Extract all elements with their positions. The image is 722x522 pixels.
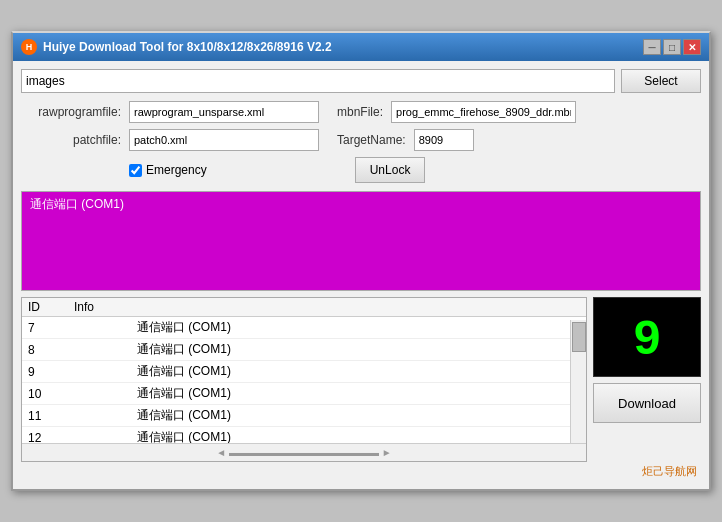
scrollbar-bottom[interactable]: ◄ ▬▬▬▬▬▬▬▬▬▬▬▬▬▬▬ ► — [22, 443, 586, 461]
close-button[interactable]: ✕ — [683, 39, 701, 55]
targetname-label: TargetName: — [337, 133, 406, 147]
table-scroll[interactable]: 7通信端口 (COM1)8通信端口 (COM1)9通信端口 (COM1)10通信… — [22, 317, 586, 462]
com-title: 通信端口 (COM1) — [30, 196, 692, 213]
log-table-body: 7通信端口 (COM1)8通信端口 (COM1)9通信端口 (COM1)10通信… — [22, 317, 586, 462]
cell-info: 通信端口 (COM1) — [131, 383, 586, 405]
title-controls: ─ □ ✕ — [643, 39, 701, 55]
log-table-container: ID Info 7通信端口 (COM1)8通信端口 (COM1)9通信端口 (C… — [21, 297, 587, 462]
title-bar-left: H Huiye Download Tool for 8x10/8x12/8x26… — [21, 39, 332, 55]
log-table: ID Info — [22, 298, 586, 317]
cell-id: 9 — [22, 361, 131, 383]
table-row[interactable]: 11通信端口 (COM1) — [22, 405, 586, 427]
com-section: 通信端口 (COM1) — [21, 191, 701, 291]
window-title: Huiye Download Tool for 8x10/8x12/8x26/8… — [43, 40, 332, 54]
watermark-text: 炬己导航网 — [642, 465, 697, 477]
rawprogramfile-label: rawprogramfile: — [21, 105, 121, 119]
cell-info: 通信端口 (COM1) — [131, 317, 586, 339]
table-row[interactable]: 9通信端口 (COM1) — [22, 361, 586, 383]
emergency-label: Emergency — [146, 163, 207, 177]
patchfile-input[interactable] — [129, 129, 319, 151]
scrollbar-thumb[interactable] — [572, 322, 586, 352]
cell-info: 通信端口 (COM1) — [131, 361, 586, 383]
targetname-input[interactable] — [414, 129, 474, 151]
top-row: Select — [21, 69, 701, 93]
cell-id: 7 — [22, 317, 131, 339]
cell-info: 通信端口 (COM1) — [131, 339, 586, 361]
counter-value: 9 — [634, 310, 661, 365]
app-icon: H — [21, 39, 37, 55]
form-row-2: patchfile: TargetName: — [21, 129, 701, 151]
bottom-section: ID Info 7通信端口 (COM1)8通信端口 (COM1)9通信端口 (C… — [21, 297, 701, 462]
title-bar: H Huiye Download Tool for 8x10/8x12/8x26… — [13, 33, 709, 61]
main-window: H Huiye Download Tool for 8x10/8x12/8x26… — [11, 31, 711, 491]
form-row-1: rawprogramfile: mbnFile: — [21, 101, 701, 123]
path-input[interactable] — [21, 69, 615, 93]
mbnfile-label: mbnFile: — [337, 105, 383, 119]
table-row[interactable]: 7通信端口 (COM1) — [22, 317, 586, 339]
table-row[interactable]: 8通信端口 (COM1) — [22, 339, 586, 361]
counter-display: 9 — [593, 297, 701, 377]
cell-id: 10 — [22, 383, 131, 405]
emergency-wrapper: Emergency — [129, 163, 207, 177]
col-id-header: ID — [22, 298, 68, 317]
download-button[interactable]: Download — [593, 383, 701, 423]
scrollbar[interactable] — [570, 320, 586, 443]
rawprogramfile-input[interactable] — [129, 101, 319, 123]
patchfile-label: patchfile: — [21, 133, 121, 147]
scroll-indicator: ◄ ▬▬▬▬▬▬▬▬▬▬▬▬▬▬▬ ► — [216, 447, 391, 458]
select-button[interactable]: Select — [621, 69, 701, 93]
cell-id: 8 — [22, 339, 131, 361]
cell-id: 11 — [22, 405, 131, 427]
emergency-checkbox[interactable] — [129, 164, 142, 177]
unlock-button[interactable]: UnLock — [355, 157, 426, 183]
side-panel: 9 Download — [593, 297, 701, 462]
window-content: Select rawprogramfile: mbnFile: patchfil… — [13, 61, 709, 489]
form-row-3: Emergency UnLock — [21, 157, 701, 183]
mbnfile-input[interactable] — [391, 101, 576, 123]
form-section: rawprogramfile: mbnFile: patchfile: Targ… — [21, 101, 701, 183]
col-info-header: Info — [68, 298, 586, 317]
watermark: 炬己导航网 — [21, 462, 701, 481]
cell-info: 通信端口 (COM1) — [131, 405, 586, 427]
maximize-button[interactable]: □ — [663, 39, 681, 55]
minimize-button[interactable]: ─ — [643, 39, 661, 55]
table-row[interactable]: 10通信端口 (COM1) — [22, 383, 586, 405]
